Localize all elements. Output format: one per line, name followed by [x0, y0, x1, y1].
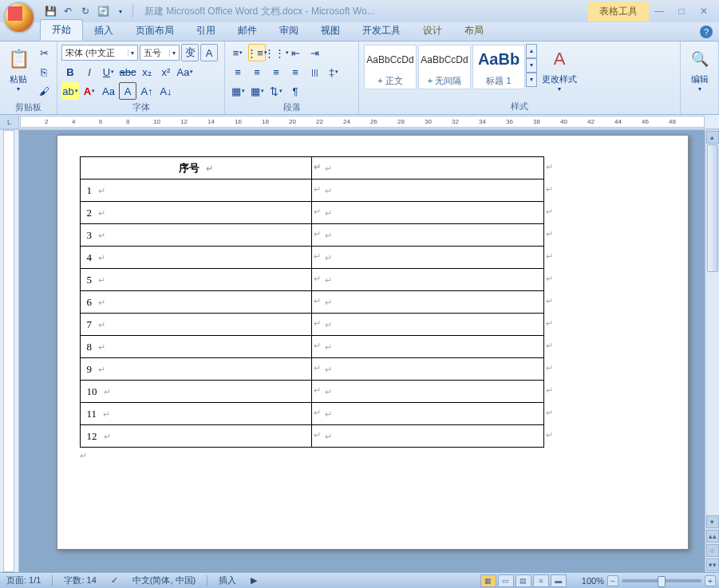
line-spacing-icon[interactable]: ‡: [325, 63, 342, 81]
italic-icon[interactable]: I: [81, 63, 98, 81]
styles-expand-icon[interactable]: ▾: [526, 73, 537, 87]
sync-icon[interactable]: 🔄: [96, 4, 110, 18]
sort-icon[interactable]: ⇅: [267, 82, 285, 100]
align-center-icon[interactable]: ≡: [248, 63, 266, 81]
help-icon[interactable]: ?: [700, 26, 713, 38]
prev-page-icon[interactable]: ▴▴: [706, 530, 719, 543]
scrollbar-track[interactable]: [706, 144, 719, 515]
justify-icon[interactable]: ≡: [286, 63, 304, 81]
paste-button[interactable]: 📋 粘贴 ▾: [4, 44, 33, 97]
zoom-percent[interactable]: 100%: [582, 576, 604, 586]
strike-icon[interactable]: abc: [119, 63, 136, 81]
scroll-up-icon[interactable]: ▴: [706, 131, 719, 144]
editing-button[interactable]: 🔍 编辑 ▾: [685, 44, 714, 97]
char-scale-icon[interactable]: Aa: [100, 82, 117, 100]
decrease-indent-icon[interactable]: ⇤: [286, 44, 304, 61]
zoom-out-icon[interactable]: −: [607, 575, 618, 586]
horizontal-ruler[interactable]: 2468101214161820222426283032343638404244…: [20, 116, 705, 128]
ruler-corner[interactable]: L: [0, 115, 19, 128]
view-draft-icon[interactable]: ▬: [551, 574, 567, 587]
font-size-combo[interactable]: 五号▾: [140, 45, 180, 61]
style-heading1[interactable]: AaBb标题 1: [472, 45, 525, 89]
subscript-icon[interactable]: x₂: [138, 63, 156, 81]
table-row[interactable]: 12↵↵↵↵: [80, 425, 543, 448]
table-row[interactable]: 5↵↵↵↵: [80, 269, 543, 291]
proofing-icon[interactable]: ✓: [108, 575, 121, 586]
browse-object-icon[interactable]: ○: [706, 544, 719, 557]
table-row[interactable]: 3↵↵↵↵: [80, 224, 543, 247]
view-full-screen-icon[interactable]: ▭: [498, 574, 514, 587]
format-painter-icon[interactable]: 🖌: [35, 82, 53, 100]
font-color-icon[interactable]: A: [81, 82, 98, 100]
borders-icon[interactable]: ▦: [248, 82, 266, 100]
align-left-icon[interactable]: ≡: [229, 63, 247, 81]
phonetic-icon[interactable]: A: [200, 44, 218, 61]
copy-icon[interactable]: ⎘: [35, 63, 53, 81]
tab-insert[interactable]: 插入: [83, 21, 124, 41]
status-language[interactable]: 中文(简体, 中国): [129, 574, 199, 586]
highlight-icon[interactable]: ab: [61, 82, 79, 100]
chevron-down-icon[interactable]: ▾: [128, 49, 134, 57]
scroll-down-icon[interactable]: ▾: [706, 515, 719, 528]
align-right-icon[interactable]: ≡: [267, 63, 285, 81]
tab-page-layout[interactable]: 页面布局: [124, 21, 185, 41]
scrollbar-thumb[interactable]: [707, 144, 718, 272]
qat-customize-icon[interactable]: ▾: [113, 4, 128, 18]
vertical-ruler[interactable]: [0, 130, 19, 572]
maximize-button[interactable]: □: [671, 5, 692, 18]
increase-indent-icon[interactable]: ⇥: [306, 44, 323, 61]
zoom-in-icon[interactable]: +: [705, 575, 716, 586]
macro-icon[interactable]: ▶: [247, 575, 260, 586]
table-row[interactable]: 8↵↵↵↵: [80, 336, 543, 358]
page-scroll-container[interactable]: 序号↵↵ ↵↵ 1↵↵↵↵2↵↵↵↵3↵↵↵↵4↵↵↵↵5↵↵↵↵6↵↵↵↵7↵…: [19, 130, 705, 572]
table-row[interactable]: 7↵↵↵↵: [80, 314, 543, 336]
tab-view[interactable]: 视图: [310, 21, 351, 41]
table-row[interactable]: 4↵↵↵↵: [80, 247, 543, 269]
save-icon[interactable]: 💾: [43, 4, 57, 18]
styles-scroll-down-icon[interactable]: ▾: [526, 58, 537, 73]
change-case-icon[interactable]: Aa: [176, 63, 194, 81]
tab-table-layout[interactable]: 布局: [453, 21, 495, 41]
view-outline-icon[interactable]: ≡: [533, 574, 549, 587]
char-border-icon[interactable]: A: [119, 82, 136, 100]
status-page[interactable]: 页面: 1/1: [3, 574, 44, 586]
table-row[interactable]: 9↵↵↵↵: [80, 358, 543, 381]
view-print-layout-icon[interactable]: ▦: [480, 574, 496, 587]
cut-icon[interactable]: ✂: [35, 44, 53, 61]
tab-developer[interactable]: 开发工具: [351, 21, 412, 41]
bold-icon[interactable]: B: [61, 63, 79, 81]
next-page-icon[interactable]: ▾▾: [706, 558, 719, 571]
redo-icon[interactable]: ↻: [78, 4, 93, 18]
close-button[interactable]: ✕: [693, 5, 714, 18]
table-row[interactable]: 6↵↵↵↵: [80, 291, 543, 314]
superscript-icon[interactable]: x²: [157, 63, 175, 81]
minimize-button[interactable]: —: [649, 5, 670, 18]
tab-mailings[interactable]: 邮件: [227, 21, 268, 41]
chevron-down-icon[interactable]: ▾: [169, 49, 176, 57]
tab-table-design[interactable]: 设计: [412, 21, 453, 41]
style-no-spacing[interactable]: AaBbCcDd+ 无间隔: [418, 45, 471, 89]
grow-font-icon[interactable]: A↑: [138, 82, 156, 100]
tab-review[interactable]: 审阅: [268, 21, 310, 41]
table-row[interactable]: 1↵↵↵↵: [80, 180, 543, 202]
distribute-icon[interactable]: ⫼: [306, 63, 323, 81]
clear-format-icon[interactable]: 变: [181, 44, 199, 61]
view-web-icon[interactable]: ▤: [516, 574, 531, 587]
underline-icon[interactable]: U: [100, 63, 117, 81]
styles-scroll-up-icon[interactable]: ▴: [526, 44, 537, 58]
shading-icon[interactable]: ▦: [229, 82, 247, 100]
font-name-combo[interactable]: 宋体 (中文正▾: [61, 45, 138, 61]
tab-references[interactable]: 引用: [185, 21, 227, 41]
multilevel-icon[interactable]: ⋮⋮: [267, 44, 285, 61]
shrink-font-icon[interactable]: A↓: [157, 82, 175, 100]
table-row[interactable]: 10↵↵↵↵: [80, 381, 543, 403]
vertical-scrollbar[interactable]: ▴ ▾ ▴▴ ○ ▾▾: [705, 130, 719, 572]
zoom-slider[interactable]: [622, 579, 701, 582]
change-styles-button[interactable]: A 更改样式 ▾: [539, 44, 579, 97]
undo-icon[interactable]: ↶: [61, 4, 75, 18]
show-marks-icon[interactable]: ¶: [286, 82, 304, 100]
bullets-icon[interactable]: ≡: [229, 44, 247, 61]
style-normal[interactable]: AaBbCcDd+ 正文: [364, 45, 417, 89]
status-mode[interactable]: 插入: [215, 574, 239, 586]
document-table[interactable]: 序号↵↵ ↵↵ 1↵↵↵↵2↵↵↵↵3↵↵↵↵4↵↵↵↵5↵↵↵↵6↵↵↵↵7↵…: [80, 156, 544, 448]
